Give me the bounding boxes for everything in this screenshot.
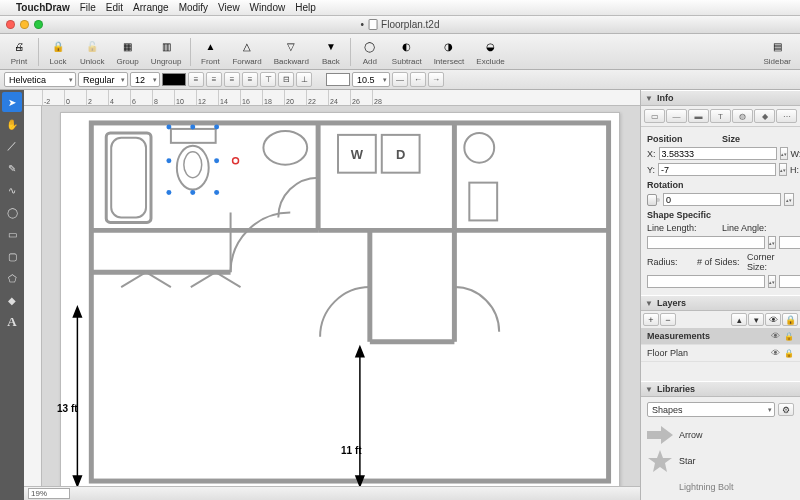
align-center-button[interactable]: ≡	[206, 72, 222, 87]
boolean-subtract-button[interactable]: ◐Subtract	[387, 35, 427, 69]
library-item-star[interactable]: Star	[641, 448, 800, 474]
eye-icon[interactable]: 👁	[771, 348, 780, 358]
menu-view[interactable]: View	[218, 2, 240, 13]
library-settings-button[interactable]: ⚙	[778, 403, 794, 416]
app-name[interactable]: TouchDraw	[16, 2, 70, 13]
boolean-intersect-button[interactable]: ◑Intersect	[429, 35, 470, 69]
lock-icon[interactable]: 🔒	[784, 349, 794, 358]
line-length-input[interactable]	[647, 236, 765, 249]
layer-up-button[interactable]: ▴	[731, 313, 747, 326]
layer-lock-button[interactable]: 🔒	[782, 313, 798, 326]
shadow-tab[interactable]: ◍	[732, 109, 753, 123]
ungroup-button[interactable]: ▥Ungroup	[146, 35, 187, 69]
layer-eye-button[interactable]: 👁	[765, 313, 781, 326]
roundrect-tool[interactable]: ▢	[2, 246, 22, 266]
svg-point-30	[214, 190, 219, 195]
font-family-select[interactable]: Helvetica	[4, 72, 76, 87]
forward-button[interactable]: △Forward	[227, 35, 266, 69]
arrow-start-button[interactable]: ←	[410, 72, 426, 87]
font-weight-select[interactable]: Regular	[78, 72, 128, 87]
menu-arrange[interactable]: Arrange	[133, 2, 169, 13]
more-tab[interactable]: ⋯	[776, 109, 797, 123]
eye-icon[interactable]: 👁	[771, 331, 780, 341]
menu-modify[interactable]: Modify	[179, 2, 208, 13]
close-button[interactable]	[6, 20, 15, 29]
unlock-button[interactable]: 🔓Unlock	[75, 35, 109, 69]
add-layer-button[interactable]: +	[643, 313, 659, 326]
horizontal-ruler: -20246810121416182022242628	[24, 90, 640, 106]
line-tool[interactable]: ／	[2, 136, 22, 156]
menu-help[interactable]: Help	[295, 2, 316, 13]
font-size-select[interactable]: 12	[130, 72, 160, 87]
rotation-input[interactable]	[663, 193, 781, 206]
arrow-icon	[647, 424, 673, 446]
status-bar: 19%	[24, 486, 640, 500]
zoom-select[interactable]: 19%	[28, 488, 70, 499]
layers-panel-header[interactable]: ▼Layers	[641, 295, 800, 311]
library-item-lightning[interactable]: Lightning Bolt	[641, 474, 800, 500]
y-input[interactable]	[658, 163, 776, 176]
line-style-button[interactable]: —	[392, 72, 408, 87]
rect-tool[interactable]: ▭	[2, 224, 22, 244]
drawing-sheet[interactable]: W D 13 ft 11 ft	[60, 112, 620, 486]
layer-down-button[interactable]: ▾	[748, 313, 764, 326]
layer-row-floorplan[interactable]: Floor Plan👁🔒	[641, 345, 800, 362]
path-tool[interactable]: ∿	[2, 180, 22, 200]
menu-edit[interactable]: Edit	[106, 2, 123, 13]
document-title: • Floorplan.t2d	[361, 19, 440, 30]
arrow-end-button[interactable]: →	[428, 72, 444, 87]
menu-file[interactable]: File	[80, 2, 96, 13]
backward-button[interactable]: ▽Backward	[269, 35, 314, 69]
align-justify-button[interactable]: ≡	[242, 72, 258, 87]
fill-tab[interactable]: ▬	[688, 109, 709, 123]
svg-point-24	[190, 124, 195, 129]
menu-window[interactable]: Window	[250, 2, 286, 13]
x-stepper[interactable]: ▴▾	[780, 147, 788, 160]
zoom-button[interactable]	[34, 20, 43, 29]
library-item-arrow[interactable]: Arrow	[641, 422, 800, 448]
valign-bottom-button[interactable]: ⊥	[296, 72, 312, 87]
info-panel-header[interactable]: ▼Info	[641, 90, 800, 106]
lock-icon[interactable]: 🔒	[784, 332, 794, 341]
line-angle-input[interactable]	[779, 236, 800, 249]
geometry-tab[interactable]: ▭	[644, 109, 665, 123]
rotation-stepper[interactable]: ▴▾	[784, 193, 794, 206]
group-button[interactable]: ▦Group	[111, 35, 143, 69]
stroke-width-select[interactable]: 10.5	[352, 72, 390, 87]
sides-input[interactable]	[779, 275, 800, 288]
pan-tool[interactable]: ✋	[2, 114, 22, 134]
select-tool[interactable]: ➤	[2, 92, 22, 112]
align-right-button[interactable]: ≡	[224, 72, 240, 87]
text-tab[interactable]: T	[710, 109, 731, 123]
sidebar-toggle-button[interactable]: ▤Sidebar	[758, 35, 796, 69]
x-input[interactable]	[659, 147, 777, 160]
polygon-tool[interactable]: ⬠	[2, 268, 22, 288]
canvas[interactable]: W D 13 ft 11 ft	[42, 106, 640, 486]
front-button[interactable]: ▲Front	[195, 35, 225, 69]
print-button[interactable]: 🖨Print	[4, 35, 34, 69]
stroke-color-swatch[interactable]	[326, 73, 350, 86]
align-left-button[interactable]: ≡	[188, 72, 204, 87]
rotation-slider[interactable]	[647, 198, 660, 202]
fill-color-swatch[interactable]	[162, 73, 186, 86]
stroke-tab[interactable]: —	[666, 109, 687, 123]
boolean-add-button[interactable]: ◯Add	[355, 35, 385, 69]
libraries-panel-header[interactable]: ▼Libraries	[641, 381, 800, 397]
minimize-button[interactable]	[20, 20, 29, 29]
back-button[interactable]: ▼Back	[316, 35, 346, 69]
misc-tab[interactable]: ◆	[754, 109, 775, 123]
lock-button[interactable]: 🔒Lock	[43, 35, 73, 69]
pen-tool[interactable]: ✎	[2, 158, 22, 178]
boolean-exclude-button[interactable]: ◒Exclude	[471, 35, 509, 69]
fill-tool[interactable]: ◆	[2, 290, 22, 310]
layer-row-measurements[interactable]: Measurements👁🔒	[641, 328, 800, 345]
radius-input[interactable]	[647, 275, 765, 288]
valign-middle-button[interactable]: ⊟	[278, 72, 294, 87]
y-stepper[interactable]: ▴▾	[779, 163, 787, 176]
valign-top-button[interactable]: ⊤	[260, 72, 276, 87]
ellipse-tool[interactable]: ◯	[2, 202, 22, 222]
text-tool[interactable]: A	[2, 312, 22, 332]
svg-point-18	[263, 131, 307, 165]
library-select[interactable]: Shapes	[647, 402, 775, 417]
remove-layer-button[interactable]: −	[660, 313, 676, 326]
